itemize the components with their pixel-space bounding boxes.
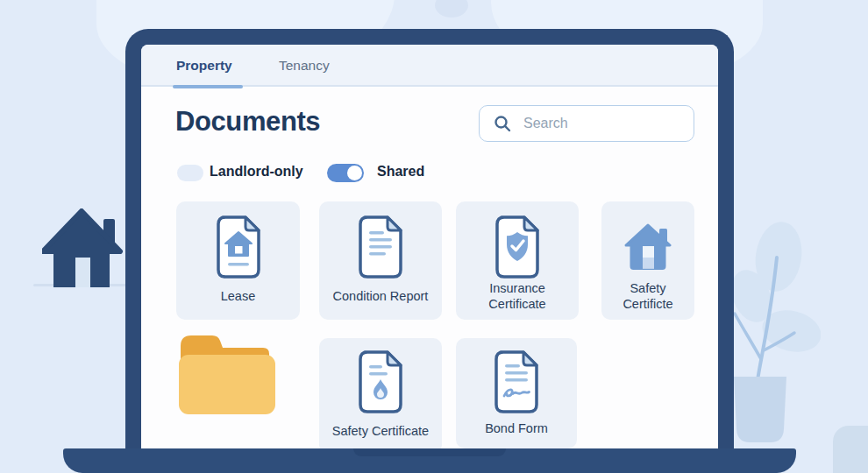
document-flame-icon xyxy=(354,349,407,415)
search-input[interactable]: Search xyxy=(479,105,694,142)
page-title: Documents xyxy=(175,106,320,138)
laptop-hinge-notch xyxy=(353,448,506,456)
document-card-bond-form[interactable]: Bond Form xyxy=(456,338,577,448)
potted-plant-icon xyxy=(722,212,821,447)
document-label: Condition Report xyxy=(330,280,432,320)
active-tab-indicator xyxy=(173,85,243,88)
search-placeholder: Search xyxy=(523,116,568,131)
landlord-only-label: Landlord-only xyxy=(210,164,303,180)
document-label: Lease xyxy=(217,280,260,320)
tab-tenancy-label: Tenancy xyxy=(279,58,330,74)
laptop-frame: Property Tenancy Documents Search Landlo… xyxy=(125,29,734,473)
background-blob xyxy=(833,426,868,473)
background-blob xyxy=(435,0,468,18)
tab-bar: Property Tenancy xyxy=(141,45,718,87)
folder-icon[interactable] xyxy=(175,334,277,418)
document-house-icon xyxy=(212,214,265,280)
document-lines-icon xyxy=(354,214,407,280)
document-card-safety-certificate[interactable]: Safety Certificate xyxy=(319,338,442,454)
laptop-screen: Property Tenancy Documents Search Landlo… xyxy=(141,45,718,473)
document-card-insurance-certificate[interactable]: Insurance Certificate xyxy=(456,201,579,320)
document-card-condition-report[interactable]: Condition Report xyxy=(319,201,442,320)
tab-property-label: Property xyxy=(176,58,232,74)
search-icon xyxy=(494,115,511,132)
document-signature-icon xyxy=(490,349,543,415)
document-shield-check-icon xyxy=(491,214,544,280)
illustration-canvas: Property Tenancy Documents Search Landlo… xyxy=(0,0,868,473)
document-label: Insurance Certificate xyxy=(456,280,579,320)
tab-property[interactable]: Property xyxy=(176,45,232,87)
house-silhouette-icon xyxy=(42,208,125,289)
laptop-base xyxy=(63,448,796,473)
shared-toggle[interactable] xyxy=(327,164,364,182)
tab-tenancy[interactable]: Tenancy xyxy=(279,45,330,87)
landlord-only-toggle[interactable] xyxy=(177,165,203,181)
document-card-lease[interactable]: Lease xyxy=(176,201,300,320)
toggle-knob xyxy=(347,166,362,180)
document-card-safety-certificte[interactable]: Safety Certificte xyxy=(601,201,694,320)
shared-label: Shared xyxy=(377,164,424,180)
house-icon xyxy=(622,214,674,280)
document-label: Safety Certificte xyxy=(601,280,694,320)
document-label: Bond Form xyxy=(481,415,551,448)
